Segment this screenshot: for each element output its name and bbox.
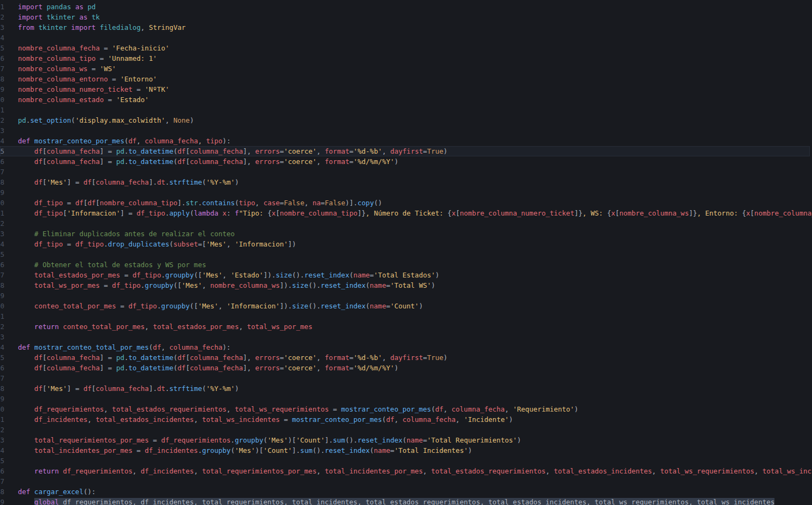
line-number[interactable]: 16 — [0, 156, 4, 167]
line-number[interactable]: 39 — [0, 394, 4, 404]
code-line[interactable]: 4 — [0, 33, 812, 43]
line-number[interactable]: 24 — [0, 239, 4, 249]
line-number[interactable]: 48 — [0, 487, 4, 497]
line-number[interactable]: 1 — [0, 2, 4, 12]
code-line[interactable]: 10nombre_columna_estado = 'Estado' — [0, 94, 812, 105]
code-line[interactable]: 34def mostrar_conteo_total_por_mes(df, c… — [0, 342, 812, 352]
code-line[interactable]: 17 — [0, 167, 812, 177]
line-number[interactable]: 28 — [0, 280, 4, 291]
line-number[interactable]: 17 — [0, 167, 4, 177]
line-number[interactable]: 43 — [0, 435, 4, 445]
code-line[interactable]: 12pd.set_option('display.max_colwidth', … — [0, 115, 812, 125]
line-number[interactable]: 20 — [0, 198, 4, 208]
line-number[interactable]: 19 — [0, 187, 4, 198]
line-number[interactable]: 11 — [0, 105, 4, 115]
line-number[interactable]: 18 — [0, 177, 4, 187]
line-number[interactable]: 38 — [0, 383, 4, 394]
code-token: = — [96, 54, 108, 62]
line-number[interactable]: 42 — [0, 425, 4, 435]
code-line[interactable]: 15 df[columna_fecha] = pd.to_datetime(df… — [0, 146, 810, 156]
code-line[interactable]: 41 df_incidentes, total_estados_incident… — [0, 414, 812, 425]
code-line[interactable]: 30 conteo_total_por_mes = df_tipo.groupb… — [0, 301, 812, 311]
code-line[interactable]: 42 — [0, 425, 812, 435]
code-line[interactable]: 1import pandas as pd — [0, 2, 812, 12]
code-line[interactable]: 44 total_incidentes_por_mes = df_inciden… — [0, 445, 812, 456]
line-number[interactable]: 46 — [0, 466, 4, 476]
line-number[interactable]: 25 — [0, 249, 4, 260]
code-line[interactable]: 21 df_tipo['Informacion'] = df_tipo.appl… — [0, 208, 812, 218]
line-number[interactable]: 13 — [0, 125, 4, 136]
line-number[interactable]: 31 — [0, 311, 4, 321]
code-line[interactable]: 22 — [0, 218, 812, 229]
code-line[interactable]: 46 return df_requerimientos, df_incident… — [0, 466, 812, 476]
code-line[interactable]: 27 total_estados_por_mes = df_tipo.group… — [0, 270, 812, 280]
line-number[interactable]: 30 — [0, 301, 4, 311]
code-line[interactable]: 48def cargar_excel(): — [0, 487, 812, 497]
line-number[interactable]: 49 — [0, 497, 4, 505]
code-line[interactable]: 47 — [0, 476, 812, 487]
code-line[interactable]: 28 total_ws_por_mes = df_tipo.groupby(['… — [0, 280, 812, 291]
line-number[interactable]: 26 — [0, 260, 4, 270]
code-line[interactable]: 11 — [0, 105, 812, 115]
code-line[interactable]: 6nombre_columna_tipo = 'Unnamed: 1' — [0, 53, 812, 64]
code-line[interactable]: 2import tkinter as tk — [0, 12, 812, 22]
line-number[interactable]: 9 — [0, 84, 4, 94]
line-number[interactable]: 29 — [0, 291, 4, 301]
code-line[interactable]: 25 — [0, 249, 812, 260]
line-number[interactable]: 36 — [0, 363, 4, 373]
code-line[interactable]: 16 df[columna_fecha] = pd.to_datetime(df… — [0, 156, 812, 167]
code-line[interactable]: 3from tkinter import filedialog, StringV… — [0, 22, 812, 33]
line-number[interactable]: 34 — [0, 342, 4, 352]
code-line[interactable]: 45 — [0, 456, 812, 466]
code-line[interactable]: 13 — [0, 125, 812, 136]
code-line[interactable]: 33 — [0, 332, 812, 342]
code-line[interactable]: 8nombre_columna_entorno = 'Entorno' — [0, 74, 812, 84]
code-line[interactable]: 26 # Obtener el total de estados y WS po… — [0, 260, 812, 270]
line-number[interactable]: 12 — [0, 115, 4, 125]
line-number[interactable]: 3 — [0, 22, 4, 33]
line-number[interactable]: 5 — [0, 43, 4, 53]
line-number[interactable]: 33 — [0, 332, 4, 342]
line-number[interactable]: 15 — [0, 146, 4, 156]
code-line[interactable]: 14def mostrar_conteo_por_mes(df, columna… — [0, 136, 812, 146]
code-line[interactable]: 37 — [0, 373, 812, 383]
line-number[interactable]: 7 — [0, 64, 4, 74]
line-number[interactable]: 44 — [0, 445, 4, 456]
code-line[interactable]: 49 global df_requerimientos, df_incident… — [0, 497, 812, 505]
line-number[interactable]: 40 — [0, 404, 4, 414]
code-line[interactable]: 40 df_requerimientos, total_estados_requ… — [0, 404, 812, 414]
line-number[interactable]: 22 — [0, 218, 4, 229]
line-number[interactable]: 32 — [0, 321, 4, 332]
line-number[interactable]: 21 — [0, 208, 4, 218]
code-line[interactable]: 20 df_tipo = df[df[nombre_columna_tipo].… — [0, 198, 812, 208]
line-number[interactable]: 27 — [0, 270, 4, 280]
line-number[interactable]: 37 — [0, 373, 4, 383]
code-line[interactable]: 18 df['Mes'] = df[columna_fecha].dt.strf… — [0, 177, 812, 187]
code-line[interactable]: 43 total_requerimientos_por_mes = df_req… — [0, 435, 812, 445]
code-line[interactable]: 29 — [0, 291, 812, 301]
code-line[interactable]: 7nombre_columna_ws = 'WS' — [0, 64, 812, 74]
code-line[interactable]: 38 df['Mes'] = df[columna_fecha].dt.strf… — [0, 383, 812, 394]
code-line[interactable]: 35 df[columna_fecha] = pd.to_datetime(df… — [0, 352, 812, 363]
line-number[interactable]: 41 — [0, 414, 4, 425]
line-number[interactable]: 10 — [0, 94, 4, 105]
line-number[interactable]: 47 — [0, 476, 4, 487]
code-line[interactable]: 19 — [0, 187, 812, 198]
line-number[interactable]: 4 — [0, 33, 4, 43]
line-number[interactable]: 45 — [0, 456, 4, 466]
line-number[interactable]: 35 — [0, 352, 4, 363]
line-number[interactable]: 14 — [0, 136, 4, 146]
code-line[interactable]: 32 return conteo_total_por_mes, total_es… — [0, 321, 812, 332]
code-line[interactable]: 5nombre_columna_fecha = 'Fecha-inicio' — [0, 43, 812, 53]
line-number[interactable]: 8 — [0, 74, 4, 84]
line-number[interactable]: 6 — [0, 53, 4, 64]
line-number[interactable]: 23 — [0, 229, 4, 239]
code-line[interactable]: 23 # Eliminar duplicados antes de realiz… — [0, 229, 812, 239]
code-line[interactable]: 31 — [0, 311, 812, 321]
code-line[interactable]: 9nombre_columna_numero_ticket = 'NºTK' — [0, 84, 812, 94]
code-line[interactable]: 36 df[columna_fecha] = pd.to_datetime(df… — [0, 363, 812, 373]
code-editor[interactable]: 1import pandas as pd2import tkinter as t… — [0, 0, 812, 505]
line-number[interactable]: 2 — [0, 12, 4, 22]
code-line[interactable]: 24 df_tipo = df_tipo.drop_duplicates(sub… — [0, 239, 812, 249]
code-line[interactable]: 39 — [0, 394, 812, 404]
